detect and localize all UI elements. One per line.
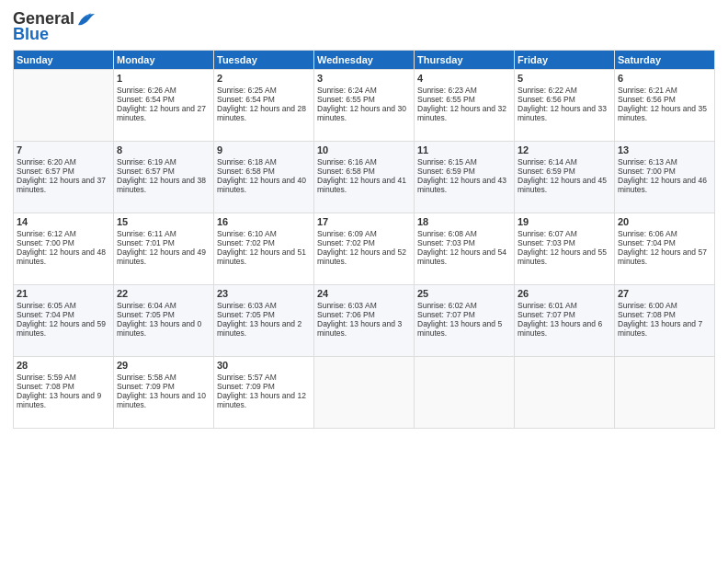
calendar-cell: 5Sunrise: 6:22 AMSunset: 6:56 PMDaylight… — [515, 70, 615, 142]
calendar-cell: 26Sunrise: 6:01 AMSunset: 7:07 PMDayligh… — [515, 285, 615, 357]
calendar-cell: 16Sunrise: 6:10 AMSunset: 7:02 PMDayligh… — [214, 213, 314, 285]
daylight-text: Daylight: 12 hours and 41 minutes. — [317, 176, 411, 194]
day-number: 28 — [17, 360, 110, 371]
calendar-cell: 29Sunrise: 5:58 AMSunset: 7:09 PMDayligh… — [114, 357, 214, 429]
day-number: 7 — [17, 144, 110, 155]
col-header-thursday: Thursday — [415, 51, 515, 70]
daylight-text: Daylight: 12 hours and 55 minutes. — [518, 247, 611, 266]
calendar-cell: 28Sunrise: 5:59 AMSunset: 7:08 PMDayligh… — [14, 357, 114, 429]
day-number: 5 — [518, 73, 611, 84]
daylight-text: Daylight: 12 hours and 48 minutes. — [17, 247, 110, 266]
sunset-text: Sunset: 6:56 PM — [618, 95, 711, 104]
sunrise-text: Sunrise: 6:02 AM — [417, 301, 511, 310]
col-header-sunday: Sunday — [14, 51, 114, 70]
sunrise-text: Sunrise: 6:14 AM — [518, 157, 611, 167]
daylight-text: Daylight: 12 hours and 46 minutes. — [618, 176, 711, 194]
calendar-cell: 21Sunrise: 6:05 AMSunset: 7:04 PMDayligh… — [14, 285, 114, 357]
sunrise-text: Sunrise: 6:07 AM — [518, 229, 611, 238]
day-number: 18 — [417, 216, 511, 227]
sunset-text: Sunset: 7:07 PM — [417, 310, 511, 319]
day-number: 10 — [317, 144, 411, 155]
calendar-cell: 14Sunrise: 6:12 AMSunset: 7:00 PMDayligh… — [14, 213, 114, 285]
calendar-cell: 15Sunrise: 6:11 AMSunset: 7:01 PMDayligh… — [114, 213, 214, 285]
week-row-3: 14Sunrise: 6:12 AMSunset: 7:00 PMDayligh… — [14, 213, 715, 285]
week-row-2: 7Sunrise: 6:20 AMSunset: 6:57 PMDaylight… — [14, 142, 715, 213]
day-number: 20 — [618, 216, 711, 227]
daylight-text: Daylight: 13 hours and 3 minutes. — [317, 319, 411, 338]
sunset-text: Sunset: 6:56 PM — [518, 95, 611, 104]
daylight-text: Daylight: 13 hours and 0 minutes. — [117, 319, 210, 338]
calendar-header-row: SundayMondayTuesdayWednesdayThursdayFrid… — [14, 51, 715, 70]
daylight-text: Daylight: 13 hours and 10 minutes. — [117, 391, 210, 409]
col-header-saturday: Saturday — [615, 51, 715, 70]
daylight-text: Daylight: 12 hours and 57 minutes. — [618, 247, 711, 266]
daylight-text: Daylight: 13 hours and 9 minutes. — [17, 391, 110, 409]
daylight-text: Daylight: 12 hours and 52 minutes. — [317, 247, 411, 266]
day-number: 11 — [417, 144, 511, 155]
sunset-text: Sunset: 7:04 PM — [17, 310, 110, 319]
day-number: 13 — [618, 144, 711, 155]
calendar-cell — [14, 70, 114, 142]
sunrise-text: Sunrise: 6:16 AM — [317, 157, 411, 167]
day-number: 26 — [518, 288, 611, 299]
daylight-text: Daylight: 12 hours and 33 minutes. — [518, 104, 611, 122]
calendar-cell: 22Sunrise: 6:04 AMSunset: 7:05 PMDayligh… — [114, 285, 214, 357]
sunrise-text: Sunrise: 6:08 AM — [417, 229, 511, 238]
day-number: 22 — [117, 288, 210, 299]
daylight-text: Daylight: 12 hours and 59 minutes. — [17, 319, 110, 338]
daylight-text: Daylight: 12 hours and 35 minutes. — [618, 104, 711, 122]
col-header-friday: Friday — [515, 51, 615, 70]
calendar-cell: 3Sunrise: 6:24 AMSunset: 6:55 PMDaylight… — [314, 70, 415, 142]
sunset-text: Sunset: 6:57 PM — [17, 167, 110, 176]
day-number: 9 — [217, 144, 311, 155]
sunset-text: Sunset: 6:55 PM — [417, 95, 511, 104]
sunset-text: Sunset: 7:03 PM — [417, 238, 511, 247]
daylight-text: Daylight: 13 hours and 12 minutes. — [217, 391, 311, 409]
sunset-text: Sunset: 7:06 PM — [317, 310, 411, 319]
sunrise-text: Sunrise: 6:24 AM — [317, 86, 411, 95]
week-row-1: 1Sunrise: 6:26 AMSunset: 6:54 PMDaylight… — [14, 70, 715, 142]
logo: General Blue — [13, 9, 97, 44]
sunset-text: Sunset: 6:59 PM — [417, 167, 511, 176]
calendar-cell: 18Sunrise: 6:08 AMSunset: 7:03 PMDayligh… — [415, 213, 515, 285]
sunrise-text: Sunrise: 6:04 AM — [117, 301, 210, 310]
sunrise-text: Sunrise: 6:19 AM — [117, 157, 210, 167]
calendar-cell — [415, 357, 515, 429]
sunset-text: Sunset: 7:07 PM — [518, 310, 611, 319]
calendar-cell: 9Sunrise: 6:18 AMSunset: 6:58 PMDaylight… — [214, 142, 314, 213]
day-number: 29 — [117, 360, 210, 371]
day-number: 3 — [317, 73, 411, 84]
sunrise-text: Sunrise: 6:23 AM — [417, 86, 511, 95]
daylight-text: Daylight: 12 hours and 45 minutes. — [518, 176, 611, 194]
calendar-cell — [314, 357, 415, 429]
daylight-text: Daylight: 13 hours and 6 minutes. — [518, 319, 611, 338]
calendar-cell: 13Sunrise: 6:13 AMSunset: 7:00 PMDayligh… — [615, 142, 715, 213]
sunrise-text: Sunrise: 6:06 AM — [618, 229, 711, 238]
sunset-text: Sunset: 7:02 PM — [317, 238, 411, 247]
sunset-text: Sunset: 6:57 PM — [117, 167, 210, 176]
calendar-cell: 17Sunrise: 6:09 AMSunset: 7:02 PMDayligh… — [314, 213, 415, 285]
daylight-text: Daylight: 12 hours and 51 minutes. — [217, 247, 311, 266]
sunrise-text: Sunrise: 6:01 AM — [518, 301, 611, 310]
sunset-text: Sunset: 6:54 PM — [217, 95, 311, 104]
sunset-text: Sunset: 6:58 PM — [317, 167, 411, 176]
sunset-text: Sunset: 7:03 PM — [518, 238, 611, 247]
sunrise-text: Sunrise: 6:09 AM — [317, 229, 411, 238]
day-number: 1 — [117, 73, 210, 84]
sunset-text: Sunset: 7:08 PM — [618, 310, 711, 319]
daylight-text: Daylight: 12 hours and 43 minutes. — [417, 176, 511, 194]
day-number: 2 — [217, 73, 311, 84]
sunset-text: Sunset: 7:05 PM — [217, 310, 311, 319]
calendar-cell: 12Sunrise: 6:14 AMSunset: 6:59 PMDayligh… — [515, 142, 615, 213]
daylight-text: Daylight: 13 hours and 5 minutes. — [417, 319, 511, 338]
daylight-text: Daylight: 12 hours and 49 minutes. — [117, 247, 210, 266]
daylight-text: Daylight: 13 hours and 7 minutes. — [618, 319, 711, 338]
sunrise-text: Sunrise: 6:21 AM — [618, 86, 711, 95]
sunset-text: Sunset: 6:54 PM — [117, 95, 210, 104]
sunrise-text: Sunrise: 6:15 AM — [417, 157, 511, 167]
week-row-4: 21Sunrise: 6:05 AMSunset: 7:04 PMDayligh… — [14, 285, 715, 357]
daylight-text: Daylight: 12 hours and 54 minutes. — [417, 247, 511, 266]
logo-bird-icon — [76, 12, 97, 27]
sunset-text: Sunset: 6:58 PM — [217, 167, 311, 176]
logo-blue-text: Blue — [13, 25, 49, 44]
